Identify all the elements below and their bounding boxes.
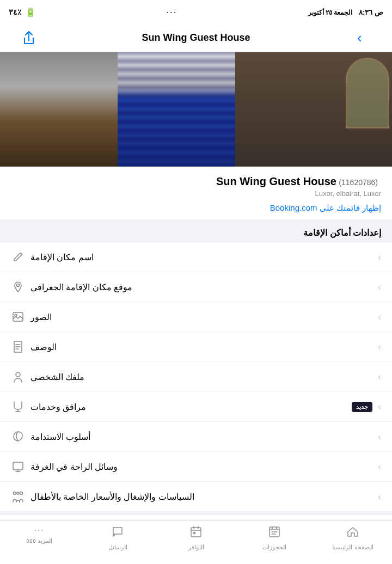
chevron-icon: ›	[378, 252, 381, 263]
status-battery: ٣٤٪ 🔋	[9, 7, 36, 17]
svg-rect-1	[13, 312, 23, 321]
settings-list: › اسم مكان الإقامة › موقع مكان الإقامة ا…	[0, 242, 392, 511]
settings-item-amenities[interactable]: › وسائل الراحة في الغرفة	[0, 452, 392, 482]
item-label-3: الوصف	[30, 342, 57, 352]
settings-item-children-policy[interactable]: › السياسات والإشغال والأسعار الخاصة بالأ…	[0, 482, 392, 511]
tab-more-label: المزيد ٥٥٥	[26, 537, 52, 544]
chevron-icon: ›	[378, 431, 381, 443]
facilities-icon	[11, 400, 25, 414]
svg-point-0	[17, 284, 20, 287]
tab-messages-label: الرسائل	[108, 544, 127, 551]
item-label-8: السياسات والإشغال والأسعار الخاصة بالأطف…	[30, 492, 194, 502]
chevron-icon: ›	[378, 461, 381, 473]
status-carrier: ···	[167, 8, 177, 16]
hero-center-panel	[118, 52, 235, 167]
chevron-icon: ›	[378, 341, 381, 353]
svg-rect-13	[193, 532, 195, 534]
item-label-2: الصور	[30, 312, 52, 322]
status-datetime: ص ٨:٣٦ الجمعة ٢٥ أكتوبر	[308, 8, 383, 16]
settings-item-description[interactable]: › الوصف	[0, 332, 392, 362]
hero-image	[0, 52, 392, 167]
svg-rect-5	[13, 462, 23, 470]
nav-title: Sun Wing Guest House	[35, 32, 357, 44]
photos-icon	[11, 310, 25, 324]
settings-item-name[interactable]: › اسم مكان الإقامة	[0, 242, 392, 272]
sustainability-icon	[11, 430, 25, 444]
chevron-icon: ›	[378, 401, 381, 413]
tab-bookings[interactable]: الحجوزات	[235, 525, 314, 551]
tab-home-label: الصفحة الرئيسية	[332, 544, 373, 551]
profile-icon	[11, 370, 25, 384]
settings-item-facilities[interactable]: › جديد مرافق وخدمات	[0, 392, 392, 422]
property-id: (11620786)	[339, 178, 378, 187]
chevron-icon: ›	[378, 371, 381, 383]
location-icon	[11, 280, 25, 294]
settings-item-location[interactable]: › موقع مكان الإقامة الجغرافي	[0, 272, 392, 302]
settings-item-sustainability[interactable]: › أسلوب الاستدامة	[0, 422, 392, 452]
nav-share-button[interactable]	[11, 31, 35, 45]
property-header: (11620786) Sun Wing Guest House Luxor, e…	[0, 167, 392, 220]
item-label-1: موقع مكان الإقامة الجغرافي	[30, 282, 132, 292]
svg-point-8	[17, 492, 19, 494]
chevron-icon: ›	[378, 281, 381, 293]
chevron-icon: ›	[378, 491, 381, 502]
more-tab-icon: ···	[34, 525, 44, 535]
section-title: إعدادات أماكن الإقامة	[0, 220, 392, 242]
tab-availability[interactable]: التوافر	[157, 525, 235, 551]
tab-bookings-label: الحجوزات	[262, 544, 286, 551]
tab-bar: الصفحة الرئيسية الحجوزات التوافر	[0, 520, 392, 564]
property-location: Luxor, elbairat, Luxor	[11, 189, 381, 198]
chevron-icon: ›	[378, 311, 381, 323]
availability-tab-icon	[189, 525, 203, 542]
svg-point-11	[276, 528, 278, 529]
item-label-4: ملفك الشخصي	[30, 372, 84, 382]
tab-home[interactable]: الصفحة الرئيسية	[314, 525, 392, 551]
hero-right-panel	[0, 52, 118, 167]
nav-bar: › Sun Wing Guest House	[0, 24, 392, 52]
description-icon	[11, 340, 25, 354]
window-arch	[346, 58, 389, 128]
svg-point-7	[20, 492, 23, 495]
tab-messages[interactable]: الرسائل	[78, 525, 157, 551]
tab-availability-label: التوافر	[188, 544, 204, 551]
amenities-icon	[11, 459, 25, 474]
item-label-0: اسم مكان الإقامة	[30, 252, 94, 262]
home-tab-icon	[346, 525, 359, 542]
battery-icon: 🔋	[25, 7, 36, 17]
svg-point-4	[16, 372, 20, 377]
tab-more[interactable]: ··· المزيد ٥٥٥	[0, 525, 78, 544]
messages-tab-icon	[111, 525, 124, 542]
booking-link[interactable]: إظهار قائمتك على Booking.com	[11, 203, 381, 213]
bookings-tab-icon	[268, 525, 281, 542]
item-label-7: وسائل الراحة في الغرفة	[30, 462, 118, 472]
new-badge: جديد	[352, 402, 372, 412]
item-label-5: مرافق وخدمات	[30, 402, 86, 412]
svg-point-10	[272, 528, 273, 529]
property-name: Sun Wing Guest House	[216, 175, 336, 187]
svg-point-6	[14, 492, 16, 495]
edit-icon-0	[11, 250, 25, 264]
svg-rect-12	[191, 528, 201, 537]
nav-forward-button[interactable]: ›	[357, 29, 381, 46]
settings-item-photos[interactable]: › الصور	[0, 302, 392, 332]
settings-item-profile[interactable]: › ملفك الشخصي	[0, 362, 392, 392]
item-label-6: أسلوب الاستدامة	[30, 432, 90, 442]
children-icon	[11, 489, 25, 504]
status-bar: ص ٨:٣٦ الجمعة ٢٥ أكتوبر ··· ٣٤٪ 🔋	[0, 0, 392, 24]
